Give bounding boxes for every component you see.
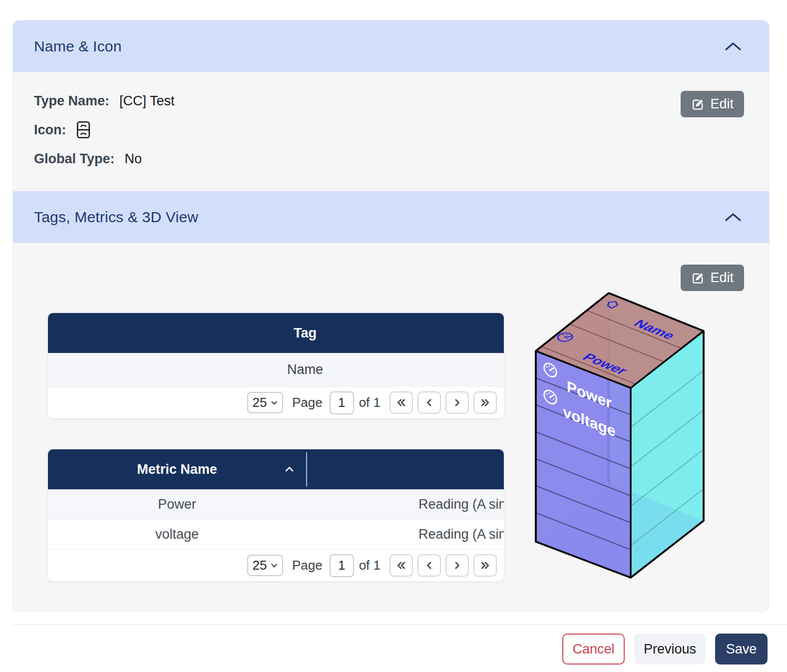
first-page-button[interactable]: [390, 391, 413, 414]
chevron-up-icon: [724, 41, 742, 52]
global-type-row: Global Type: No: [34, 150, 769, 168]
edit-button-label: Edit: [710, 270, 734, 286]
global-type-value: No: [125, 151, 142, 167]
page-size-value: 25: [252, 558, 267, 573]
edit-icon: [691, 98, 704, 111]
edit-icon: [691, 272, 704, 285]
type-name-value: [CC] Test: [119, 93, 175, 109]
tag-column-name: Name: [48, 362, 504, 377]
last-page-button[interactable]: [473, 391, 497, 414]
chevron-down-icon: [271, 399, 278, 406]
previous-page-button[interactable]: [417, 391, 441, 414]
last-page-button[interactable]: [473, 554, 497, 577]
name-icon-body: Type Name: [CC] Test Icon: Global Type: …: [13, 72, 769, 191]
footer-action-bar: Cancel Previous Save: [12, 624, 787, 665]
cabinet-icon: [76, 121, 90, 139]
tag-table: Tag Name 25 Page of 1: [48, 313, 504, 418]
previous-button[interactable]: Previous: [634, 634, 706, 665]
type-name-label: Type Name:: [34, 93, 109, 109]
chevron-down-icon: [271, 562, 278, 569]
main-panel: Name & Icon Type Name: [CC] Test Icon: G…: [12, 20, 770, 612]
sort-up-icon: [285, 466, 294, 473]
page-label: Page: [292, 395, 323, 410]
metric-page-size-select[interactable]: 25: [247, 555, 283, 576]
page-size-value: 25: [252, 395, 267, 410]
tag-table-header: Tag: [48, 313, 504, 353]
metric-table-clip: Metric Name Power Reading (A sing voltag…: [48, 449, 504, 549]
first-page-button[interactable]: [390, 554, 413, 577]
icon-row: Icon:: [34, 121, 769, 139]
angles-right-icon: [480, 560, 490, 571]
tag-paginator: 25 Page of 1: [48, 386, 504, 418]
save-button[interactable]: Save: [715, 634, 768, 665]
tags-metrics-body: Edit Tag Name 25: [13, 243, 769, 612]
metric-name-cell: Power: [48, 497, 306, 512]
metric-table-inner: Metric Name Power Reading (A sing voltag…: [48, 449, 504, 549]
page-label: Page: [292, 558, 323, 573]
angle-left-icon: [424, 397, 434, 408]
previous-page-button[interactable]: [417, 554, 441, 577]
tag-column-header-row: Name: [48, 353, 504, 386]
page-of-label: of 1: [359, 558, 381, 573]
section-header-tags-metrics: Tags, Metrics & 3D View: [13, 191, 769, 243]
angles-left-icon: [396, 560, 406, 571]
angle-left-icon: [424, 560, 434, 571]
section-header-name-icon: Name & Icon: [13, 20, 769, 72]
angles-left-icon: [396, 397, 406, 408]
page-of-label: of 1: [359, 395, 381, 410]
metric-paginator-buttons: [390, 554, 497, 577]
table-row: voltage Reading (A sing: [48, 519, 504, 549]
tag-table-title: Tag: [48, 326, 504, 341]
metric-name-cell: voltage: [48, 527, 306, 542]
metric-description-cell: Reading (A sing: [418, 527, 504, 542]
metric-description-cell: Reading (A sing: [418, 497, 504, 512]
collapse-tags-metrics-button[interactable]: [722, 209, 744, 226]
tag-table-inner: Tag Name: [48, 313, 504, 386]
section-title-tags-metrics: Tags, Metrics & 3D View: [34, 209, 198, 226]
edit-button-label: Edit: [710, 96, 734, 112]
edit-name-icon-button[interactable]: Edit: [681, 91, 744, 117]
tag-page-size-select[interactable]: 25: [247, 392, 283, 413]
table-row: Power Reading (A sing: [48, 489, 504, 519]
tag-page-number-input[interactable]: [330, 391, 354, 414]
type-name-row: Type Name: [CC] Test: [34, 92, 769, 110]
edit-tags-metrics-button[interactable]: Edit: [681, 265, 744, 291]
metric-name-column-label: Metric Name: [137, 462, 217, 477]
angle-right-icon: [452, 560, 462, 571]
metric-table: Metric Name Power Reading (A sing voltag…: [48, 449, 504, 581]
angles-right-icon: [480, 397, 490, 408]
next-page-button[interactable]: [445, 391, 469, 414]
icon-label: Icon:: [34, 122, 66, 138]
metric-table-header: Metric Name: [48, 449, 504, 489]
rack-3d-view[interactable]: Power voltage Name: [530, 291, 711, 585]
chevron-up-icon: [724, 212, 742, 223]
metric-page-number-input[interactable]: [330, 554, 354, 577]
global-type-label: Global Type:: [34, 151, 115, 167]
column-divider: [306, 452, 307, 486]
metric-name-sort-header[interactable]: Metric Name: [48, 449, 306, 489]
tag-paginator-buttons: [390, 391, 497, 414]
section-title-name-icon: Name & Icon: [34, 38, 122, 55]
next-page-button[interactable]: [445, 554, 469, 577]
metric-paginator: 25 Page of 1: [48, 549, 504, 581]
page: Name & Icon Type Name: [CC] Test Icon: G…: [0, 0, 787, 665]
tag-table-clip: Tag Name: [48, 313, 504, 386]
cancel-button[interactable]: Cancel: [562, 634, 625, 665]
angle-right-icon: [452, 397, 462, 408]
collapse-name-icon-button[interactable]: [722, 38, 744, 55]
